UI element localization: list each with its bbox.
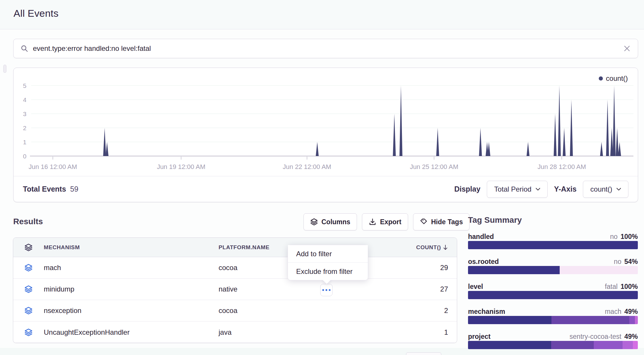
cell-mechanism[interactable]: nsexception (44, 307, 219, 315)
cell-actions-button[interactable] (320, 284, 333, 296)
columns-button[interactable]: Columns (303, 213, 357, 230)
results-heading: Results (13, 217, 43, 226)
tag-top-percent: 100% (620, 233, 638, 241)
layers-icon (24, 307, 33, 315)
sort-desc-icon (443, 245, 448, 250)
events-chart[interactable]: 012345Jun 16 12:00 AMJun 19 12:00 AMJun … (14, 68, 638, 171)
tag-bar-segment[interactable] (551, 316, 629, 324)
tag-distribution-bar[interactable] (468, 266, 638, 274)
tag-bar-segment[interactable] (551, 341, 594, 349)
tag-bar-segment[interactable] (468, 266, 560, 274)
tag-distribution-bar[interactable] (468, 291, 638, 299)
tag-top-percent: 54% (624, 258, 638, 266)
count-header-label: COUNT() (416, 244, 441, 251)
search-input[interactable]: event.type:error handled:no level:fatal (33, 44, 623, 53)
tag-name: level (468, 283, 483, 291)
table-row[interactable]: nsexception cocoa 2 (13, 300, 457, 321)
tag-name: mechanism (468, 308, 505, 316)
cell-mechanism[interactable]: minidump (44, 285, 219, 293)
display-label: Display (454, 185, 480, 193)
tag-item-level: level fatal 100% (468, 282, 638, 299)
cell-count: 27 (328, 285, 457, 293)
tag-top-percent: 100% (620, 283, 638, 291)
tag-top-percent: 49% (624, 308, 638, 316)
tag-name: os.rooted (468, 258, 499, 266)
svg-text:4: 4 (23, 96, 26, 103)
tag-summary-panel: Tag Summary handled no 100% os.rooted no… (468, 215, 638, 355)
tag-item-handled: handled no 100% (468, 232, 638, 249)
cell-count: 1 (328, 328, 457, 336)
tag-bar-segment[interactable] (468, 341, 551, 349)
tag-distribution-bar[interactable] (468, 241, 638, 249)
clear-search-icon[interactable] (623, 45, 631, 52)
display-dropdown[interactable]: Total Period (487, 181, 548, 198)
tag-top-value: fatal (605, 283, 618, 291)
tag-bar-segment[interactable] (594, 341, 623, 349)
tag-bar-segment[interactable] (629, 316, 635, 324)
svg-text:Jun 28 12:00 AM: Jun 28 12:00 AM (537, 163, 586, 170)
search-bar[interactable]: event.type:error handled:no level:fatal (13, 39, 638, 58)
svg-text:0: 0 (23, 153, 26, 160)
y-axis-dropdown-value: count() (590, 185, 612, 193)
tag-distribution-bar[interactable] (468, 316, 638, 324)
tag-top-value: no (614, 258, 621, 266)
cell-mechanism[interactable]: mach (44, 264, 219, 272)
svg-text:Jun 22 12:00 AM: Jun 22 12:00 AM (283, 163, 331, 170)
table-row[interactable]: minidump native 27 (13, 279, 457, 300)
chart-legend[interactable]: count() (599, 74, 628, 83)
tag-bar-segment[interactable] (468, 291, 638, 299)
layers-icon (24, 328, 33, 336)
y-axis-label: Y-Axis (554, 185, 576, 193)
tag-top-value: sentry-cocoa-test (570, 333, 621, 341)
hide-tags-button-label: Hide Tags (431, 218, 463, 226)
cell-platform[interactable]: cocoa (219, 307, 328, 315)
tag-top-percent: 49% (624, 333, 638, 341)
columns-button-label: Columns (321, 218, 350, 226)
panel-drag-handle[interactable] (3, 65, 6, 73)
chart-footer: Total Events 59 Display Total Period Y-A… (14, 176, 638, 202)
results-toolbar: Columns Export Hide Tags (303, 213, 469, 230)
display-dropdown-value: Total Period (494, 185, 531, 193)
svg-text:3: 3 (23, 110, 26, 117)
menu-item-add-to-filter[interactable]: Add to filter (288, 245, 368, 262)
download-icon (369, 218, 376, 226)
table-row[interactable]: UncaughtExceptionHandler java 1 (13, 321, 457, 343)
cell-platform[interactable]: java (219, 328, 328, 336)
layers-icon (24, 264, 33, 272)
total-events-label: Total Events (23, 185, 66, 193)
chevron-down-icon (536, 188, 540, 191)
table-row[interactable]: mach cocoa 29 (13, 257, 457, 279)
svg-text:Jun 16 12:00 AM: Jun 16 12:00 AM (28, 163, 77, 170)
svg-text:Jun 25 12:00 AM: Jun 25 12:00 AM (410, 163, 458, 170)
total-events-value: 59 (70, 185, 78, 193)
tag-bar-segment[interactable] (633, 341, 638, 349)
tag-name: project (468, 333, 491, 341)
column-header-mechanism[interactable]: MECHANISM (44, 244, 219, 251)
svg-text:Jun 19 12:00 AM: Jun 19 12:00 AM (157, 163, 205, 170)
legend-dot (599, 76, 603, 81)
cell-count: 2 (328, 307, 457, 315)
tag-bar-segment[interactable] (623, 341, 633, 349)
tag-bar-segment[interactable] (560, 266, 638, 274)
export-button[interactable]: Export (362, 213, 408, 230)
tag-summary-title: Tag Summary (468, 215, 638, 225)
tag-name: handled (468, 233, 494, 241)
events-chart-panel: 012345Jun 16 12:00 AMJun 19 12:00 AMJun … (13, 68, 638, 202)
table-header-row: MECHANISM PLATFORM.NAME COUNT() (13, 238, 457, 257)
y-axis-dropdown[interactable]: count() (583, 181, 628, 198)
pagination-controls[interactable] (406, 352, 441, 355)
tag-bar-segment[interactable] (635, 316, 638, 324)
search-icon (21, 45, 28, 52)
layers-icon (310, 218, 318, 226)
menu-item-exclude-from-filter[interactable]: Exclude from filter (288, 263, 368, 280)
cell-platform[interactable]: native (219, 285, 328, 293)
layers-icon[interactable] (24, 243, 33, 252)
tag-bar-segment[interactable] (468, 316, 551, 324)
tag-bar-segment[interactable] (468, 241, 638, 249)
cell-mechanism[interactable]: UncaughtExceptionHandler (44, 328, 219, 336)
hide-tags-button[interactable]: Hide Tags (413, 213, 469, 230)
tag-icon (420, 218, 427, 226)
legend-label: count() (606, 74, 628, 83)
results-table: MECHANISM PLATFORM.NAME COUNT() mach coc… (13, 237, 457, 343)
tag-distribution-bar[interactable] (468, 341, 638, 349)
